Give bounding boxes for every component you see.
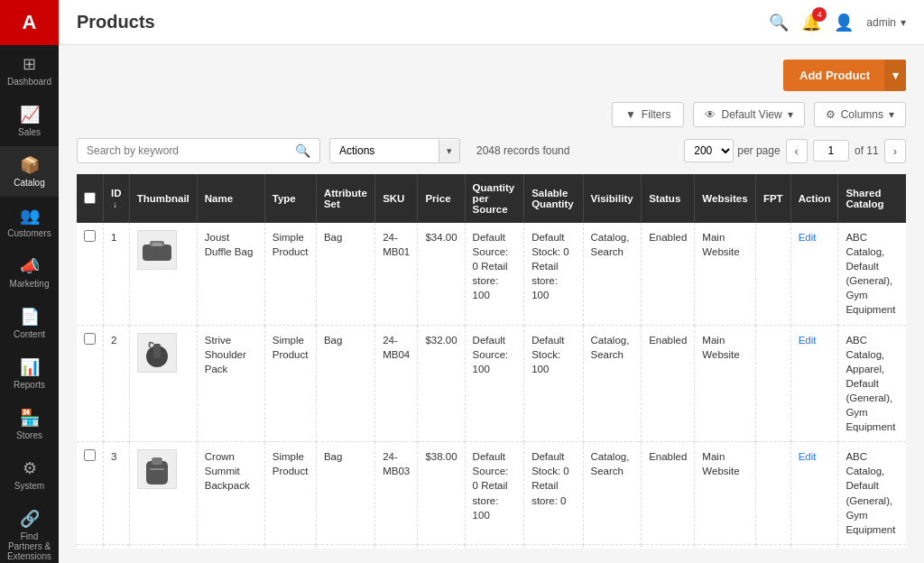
- row-price: $32.00: [418, 325, 465, 442]
- edit-link[interactable]: Edit: [799, 335, 817, 346]
- default-view-button[interactable]: 👁 Default View ▾: [693, 102, 804, 127]
- row-salable-quantity: Default Stock: 0 Retail store: 100: [524, 544, 583, 549]
- col-visibility: Visibility: [583, 174, 642, 223]
- sidebar-item-reports[interactable]: 📊 Reports: [0, 348, 59, 399]
- add-product-button[interactable]: Add Product ▾: [783, 60, 906, 91]
- user-dropdown[interactable]: admin ▾: [866, 16, 906, 29]
- row-fpt: [755, 544, 790, 549]
- products-table: ID ↓ Thumbnail Name Type Attribute Set S…: [77, 174, 906, 549]
- partners-icon: 🔗: [20, 509, 40, 529]
- col-sku: SKU: [375, 174, 418, 223]
- table-row: 1 Joust Duffle Bag Simple Product Bag 24…: [77, 223, 906, 325]
- row-action: Edit: [790, 325, 838, 442]
- row-attribute-set: Bag: [316, 442, 374, 545]
- row-thumbnail: [129, 325, 197, 442]
- row-websites: Main Website: [695, 544, 756, 549]
- row-type: Simple Product: [264, 442, 316, 545]
- page-total: of 11: [855, 144, 879, 157]
- columns-gear-icon: ⚙: [826, 108, 836, 121]
- customers-icon: 👥: [20, 206, 40, 226]
- sidebar-item-dashboard[interactable]: ⊞ Dashboard: [0, 45, 59, 96]
- actions-select[interactable]: Actions: [330, 139, 439, 162]
- row-quantity-per-source: Default Source: 0 Retail store: 100: [465, 223, 524, 325]
- edit-link[interactable]: Edit: [799, 232, 817, 243]
- row-visibility: Catalog, Search: [583, 544, 642, 549]
- filters-button[interactable]: ▼ Filters: [612, 102, 685, 127]
- row-name: Joust Duffle Bag: [197, 223, 264, 325]
- row-sku: 24-MB05: [375, 544, 418, 549]
- row-salable-quantity: Default Stock: 100: [524, 325, 583, 442]
- search-icon-header[interactable]: 🔍: [769, 13, 789, 32]
- col-price: Price: [418, 174, 465, 223]
- sidebar-item-partners[interactable]: 🔗 Find Partners & Extensions: [0, 500, 59, 563]
- row-checkbox[interactable]: [84, 449, 96, 461]
- sales-icon: 📈: [20, 105, 40, 125]
- table-header-row: ID ↓ Thumbnail Name Type Attribute Set S…: [77, 174, 906, 223]
- product-thumbnail: [137, 230, 177, 270]
- row-quantity-per-source: Default Source: 0 Retail store: 100: [465, 442, 524, 545]
- notification-badge: 4: [812, 7, 827, 22]
- row-status: Enabled: [642, 325, 695, 442]
- add-product-dropdown-arrow[interactable]: ▾: [884, 60, 906, 91]
- user-avatar-icon[interactable]: 👤: [834, 13, 854, 32]
- col-checkbox: [77, 174, 104, 223]
- row-shared-catalog: ABC Catalog, Apparel, Default (General),…: [838, 325, 906, 442]
- search-box: 🔍: [77, 138, 320, 163]
- row-id: 4: [104, 544, 130, 549]
- row-action: Edit: [790, 223, 838, 325]
- search-input[interactable]: [87, 144, 295, 157]
- search-submit-icon[interactable]: 🔍: [295, 143, 310, 158]
- content-icon: 📄: [20, 307, 40, 327]
- col-quantity-per-source: Quantity per Source: [465, 174, 524, 223]
- actions-dropdown: Actions ▾: [329, 138, 460, 163]
- row-action: Edit: [790, 544, 838, 549]
- row-quantity-per-source: Default Source: 100: [465, 325, 524, 442]
- page-number-input[interactable]: [813, 140, 849, 162]
- sidebar-item-marketing[interactable]: 📣 Marketing: [0, 247, 59, 298]
- content-area: Add Product ▾ ▼ Filters 👁 Default View ▾…: [59, 45, 924, 563]
- svg-rect-7: [150, 468, 164, 470]
- row-quantity-per-source: Default Source: 0 Retail store: 100: [465, 544, 524, 549]
- sidebar-item-system[interactable]: ⚙ System: [0, 449, 59, 500]
- eye-icon: 👁: [705, 108, 716, 121]
- prev-page-button[interactable]: ‹: [786, 139, 808, 163]
- sidebar-item-customers[interactable]: 👥 Customers: [0, 197, 59, 247]
- row-salable-quantity: Default Stock: 0 Retail store: 0: [524, 442, 583, 545]
- row-fpt: [755, 223, 790, 325]
- sidebar-item-stores[interactable]: 🏪 Stores: [0, 399, 59, 449]
- row-thumbnail: [129, 544, 197, 549]
- row-websites: Main Website: [695, 325, 756, 442]
- row-visibility: Catalog, Search: [583, 325, 642, 442]
- row-status: Enabled: [642, 544, 695, 549]
- default-view-arrow: ▾: [788, 108, 793, 121]
- row-salable-quantity: Default Stock: 0 Retail store: 100: [524, 223, 583, 325]
- per-page-label: per page: [737, 144, 780, 157]
- col-status: Status: [642, 174, 695, 223]
- next-page-button[interactable]: ›: [884, 139, 906, 163]
- per-page-dropdown[interactable]: 200: [684, 139, 734, 162]
- pagination: 200 per page ‹ of 11 ›: [684, 139, 906, 163]
- page-title: Products: [77, 12, 155, 32]
- row-action: Edit: [790, 442, 838, 545]
- edit-link[interactable]: Edit: [799, 451, 817, 462]
- row-price: $45.00: [418, 544, 465, 549]
- sidebar-item-content[interactable]: 📄 Content: [0, 298, 59, 348]
- row-status: Enabled: [642, 223, 695, 325]
- system-icon: ⚙: [23, 458, 37, 478]
- row-type: Simple Product: [264, 325, 316, 442]
- row-id: 3: [104, 442, 130, 545]
- row-websites: Main Website: [695, 223, 756, 325]
- notification-icon[interactable]: 🔔 4: [801, 13, 821, 32]
- sidebar-item-catalog[interactable]: 📦 Catalog: [0, 146, 59, 197]
- row-checkbox[interactable]: [84, 333, 96, 345]
- row-price: $34.00: [418, 223, 465, 325]
- row-checkbox-cell: [77, 442, 104, 545]
- table-row: 2 Strive Shoulder Pack Simple Product Ba…: [77, 325, 906, 442]
- row-fpt: [755, 325, 790, 442]
- row-checkbox[interactable]: [84, 230, 96, 242]
- reports-icon: 📊: [20, 357, 40, 377]
- sidebar-item-sales[interactable]: 📈 Sales: [0, 96, 59, 146]
- columns-button[interactable]: ⚙ Columns ▾: [814, 102, 906, 127]
- select-all-checkbox[interactable]: [84, 192, 96, 204]
- row-shared-catalog: ABC Catalog, Default (General), Gym Equi…: [838, 223, 906, 325]
